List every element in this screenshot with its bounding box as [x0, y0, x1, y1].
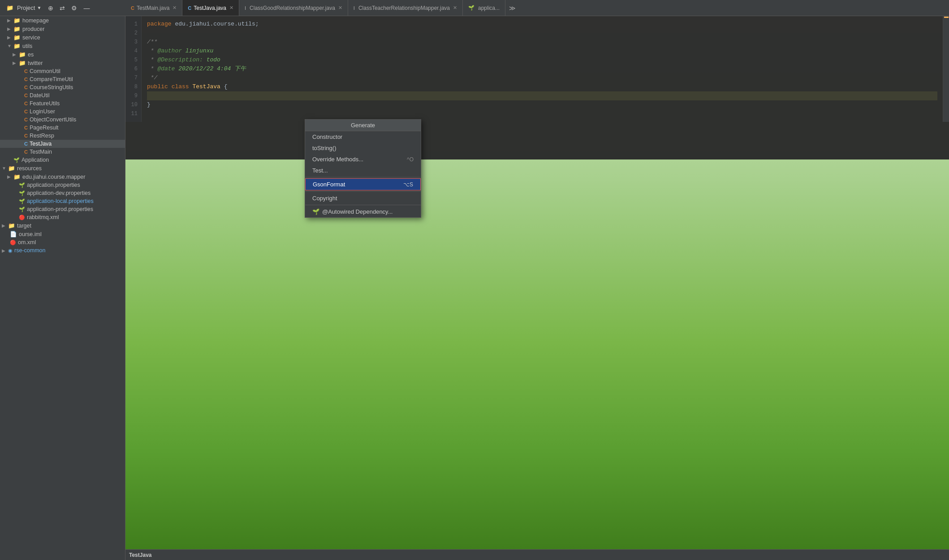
sidebar-producer-label: producer [22, 26, 44, 32]
sidebar-featureutils-label: FeatureUtils [30, 100, 60, 107]
tab-classteacher-close[interactable]: ✕ [453, 5, 457, 11]
sidebar-item-mapper-pkg[interactable]: ▶ 📁 edu.jiahui.course.mapper [0, 172, 125, 181]
menu-divider-2 [305, 191, 421, 192]
project-label: Project [17, 4, 35, 11]
minimize-icon[interactable]: — [81, 4, 92, 13]
sidebar-homepage-label: homepage [22, 17, 49, 24]
menu-item-constructor[interactable]: Constructor [305, 131, 421, 142]
tab-overflow-button[interactable]: ≫ [505, 4, 519, 12]
producer-arrow: ▶ [7, 26, 13, 31]
tab-testjava[interactable]: C TestJava.java ✕ [182, 0, 239, 16]
settings-icon[interactable]: ⚙ [69, 4, 79, 13]
resources-folder-icon: 📁 [8, 165, 15, 172]
sidebar-item-course-iml[interactable]: 📄 ourse.iml [0, 230, 125, 238]
tab-classteacher[interactable]: I ClassTeacherRelationshipMapper.java ✕ [348, 0, 463, 16]
tab-testmain-label: TestMain.java [137, 5, 169, 11]
code-line-3: /** [147, 38, 937, 47]
sidebar-item-testjava[interactable]: C TestJava [0, 140, 125, 148]
producer-folder-icon: 📁 [13, 26, 21, 32]
tab-testmain[interactable]: C TestMain.java ✕ [125, 0, 182, 16]
menu-item-tostring[interactable]: toString() [305, 142, 421, 154]
sidebar-item-app-dev-props[interactable]: 🌱 application-dev.properties [0, 189, 125, 197]
menu-item-copyright[interactable]: Copyright [305, 193, 421, 204]
twitter-arrow: ▶ [13, 60, 19, 65]
tab-testmain-close[interactable]: ✕ [173, 5, 177, 11]
editor-area: 1 2 3 4 5 6 7 8 9 10 11 package [125, 16, 949, 560]
sidebar-item-app-prod-props[interactable]: 🌱 application-prod.properties [0, 205, 125, 213]
sidebar-item-twitter[interactable]: ▶ 📁 twitter [0, 59, 125, 67]
sidebar-item-pom-xml[interactable]: 🔴 om.xml [0, 238, 125, 246]
homepage-arrow: ▶ [7, 18, 13, 23]
service-arrow: ▶ [7, 35, 13, 40]
menu-item-test[interactable]: Test... [305, 165, 421, 176]
sidebar-item-target[interactable]: ▶ 📁 target [0, 221, 125, 230]
code-panel: 1 2 3 4 5 6 7 8 9 10 11 package [125, 16, 949, 159]
sidebar-app-prod-props-label: application-prod.properties [27, 206, 93, 212]
menu-header: Generate [305, 120, 421, 131]
sidebar-utils-label: utils [22, 43, 32, 49]
sidebar-item-restresp[interactable]: C RestResp [0, 132, 125, 140]
sidebar-item-dateutil[interactable]: C DateUtil [0, 91, 125, 99]
nav-back-icon[interactable]: ⊕ [46, 4, 56, 13]
es-arrow: ▶ [13, 52, 19, 57]
code-content[interactable]: 1 2 3 4 5 6 7 8 9 10 11 package [125, 16, 943, 122]
sidebar-item-rabbitmq-xml[interactable]: 🔴 rabbitmq.xml [0, 213, 125, 221]
twitter-folder-icon: 📁 [19, 60, 26, 66]
rse-common-arrow: ▶ [2, 248, 8, 253]
sidebar-item-comparetimeutil[interactable]: C CompareTimeUtil [0, 75, 125, 83]
right-gutter [943, 16, 949, 122]
project-dropdown-icon: ▼ [37, 5, 41, 10]
tab-testjava-close[interactable]: ✕ [229, 5, 233, 11]
sidebar-item-app-local-props[interactable]: 🌱 application-local.properties [0, 197, 125, 205]
target-arrow: ▶ [2, 223, 8, 228]
sidebar-item-pageresult[interactable]: C PageResult [0, 124, 125, 132]
sidebar-testjava-label: TestJava [30, 141, 52, 147]
menu-item-autowired[interactable]: 🌱 @Autowired Dependency... [305, 206, 421, 217]
menu-item-gsonformat-label: GsonFormat [313, 181, 345, 188]
sidebar-pageresult-label: PageResult [30, 125, 59, 131]
tab-classgood[interactable]: I ClassGoodRelationshipMapper.java ✕ [239, 0, 348, 16]
menu-item-constructor-label: Constructor [312, 134, 342, 140]
sidebar-item-homepage[interactable]: ▶ 📁 homepage [0, 16, 125, 25]
menu-divider-1 [305, 177, 421, 177]
sidebar-item-loginuser[interactable]: C LoginUser [0, 108, 125, 116]
sidebar-item-commonutil[interactable]: C CommonUtil [0, 67, 125, 75]
menu-item-override[interactable]: Override Methods... ^O [305, 154, 421, 165]
tab-applica[interactable]: 🌱 applica... [463, 0, 505, 16]
sidebar-rabbitmq-xml-label: rabbitmq.xml [27, 214, 59, 220]
code-line-9 [147, 91, 937, 100]
code-line-10: } [147, 100, 937, 109]
sidebar-item-coursestringutils[interactable]: C CourseStringUtils [0, 83, 125, 91]
sidebar-item-service[interactable]: ▶ 📁 service [0, 33, 125, 42]
sidebar-app-props-label: application.properties [27, 182, 80, 188]
sidebar-item-producer[interactable]: ▶ 📁 producer [0, 25, 125, 33]
app-props-icon: 🌱 [19, 182, 25, 188]
utils-arrow: ▼ [7, 43, 13, 48]
comparetimeutil-file-icon: C [24, 77, 28, 82]
sidebar-item-rse-common[interactable]: ▶ ◉ rse-common [0, 246, 125, 254]
sidebar-course-iml-label: ourse.iml [19, 231, 42, 237]
sidebar-item-application[interactable]: 🌱 Application [0, 156, 125, 164]
course-iml-icon: 📄 [10, 231, 17, 237]
sidebar-item-objectconvertutils[interactable]: C ObjectConvertUtils [0, 116, 125, 124]
project-button[interactable]: 📁 Project ▼ [4, 4, 44, 12]
loginuser-file-icon: C [24, 109, 28, 114]
restresp-file-icon: C [24, 133, 28, 138]
testjava-file-icon: C [24, 141, 28, 146]
testmain-file-icon: C [24, 149, 28, 155]
nav-toggle-icon[interactable]: ⇄ [57, 4, 67, 13]
menu-item-tostring-label: toString() [312, 145, 336, 151]
sidebar-commonutil-label: CommonUtil [30, 68, 60, 74]
sidebar-item-featureutils[interactable]: C FeatureUtils [0, 99, 125, 108]
menu-item-gsonformat-shortcut: ⌥S [403, 181, 413, 188]
code-text[interactable]: package edu.jiahui.course.utils; /** * @… [142, 16, 943, 122]
sidebar-item-resources[interactable]: ▼ 📁 resources [0, 164, 125, 172]
sidebar-item-es[interactable]: ▶ 📁 es [0, 50, 125, 59]
tab-classgood-close[interactable]: ✕ [338, 5, 342, 11]
sidebar-item-utils[interactable]: ▼ 📁 utils [0, 42, 125, 50]
menu-item-gsonformat[interactable]: GsonFormat ⌥S [305, 178, 421, 190]
sidebar-item-testmain[interactable]: C TestMain [0, 148, 125, 156]
code-line-5: * @Description: todo [147, 56, 937, 65]
code-line-1: package edu.jiahui.course.utils; [147, 20, 937, 29]
sidebar-item-app-props[interactable]: 🌱 application.properties [0, 181, 125, 189]
